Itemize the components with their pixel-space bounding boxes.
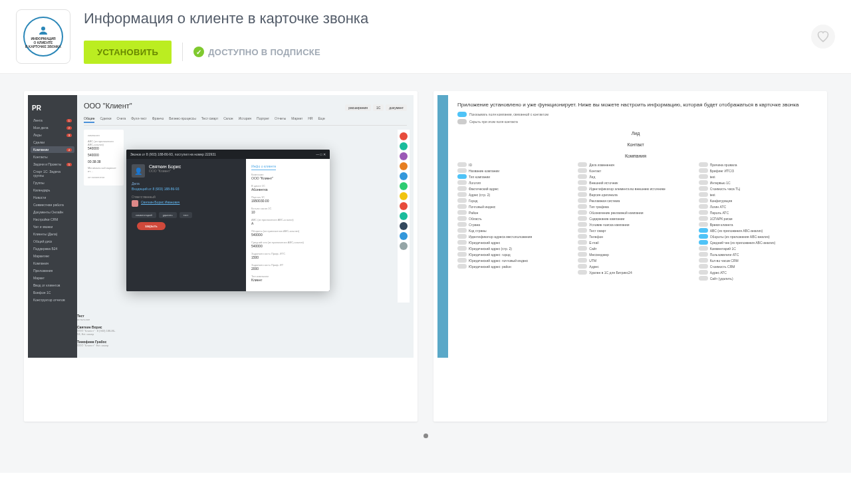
install-button[interactable]: УСТАНОВИТЬ bbox=[84, 41, 172, 64]
field-toggle[interactable]: Район bbox=[457, 210, 572, 215]
tab[interactable]: Бизнес-процессы bbox=[169, 116, 196, 123]
field-toggle[interactable]: Дата изменения bbox=[578, 162, 693, 167]
tab[interactable]: Общие bbox=[84, 116, 94, 123]
sidebar-item[interactable]: Календарь bbox=[31, 187, 74, 193]
modal-action[interactable]: тест bbox=[180, 212, 193, 218]
field-toggle[interactable]: ABC (из приложения ABC-анализ) bbox=[699, 228, 814, 233]
1c-button[interactable]: 1С bbox=[373, 104, 384, 111]
field-toggle[interactable]: Время клиента bbox=[699, 222, 814, 227]
sidebar-item[interactable]: Лиды3 bbox=[31, 132, 74, 138]
tab[interactable]: Портрет bbox=[257, 116, 269, 123]
field-toggle[interactable]: Причина провала bbox=[699, 162, 814, 167]
sidebar-item[interactable]: Маркет bbox=[31, 275, 74, 281]
sidebar-item[interactable]: Клиенты (Дела) bbox=[31, 231, 74, 237]
field-toggle[interactable]: Лид bbox=[578, 174, 693, 179]
field-toggle[interactable]: Пароль АТС bbox=[699, 210, 814, 215]
field-toggle[interactable]: ID bbox=[457, 162, 572, 167]
sidebar-item[interactable]: Компания bbox=[31, 260, 74, 267]
close-button[interactable]: закрыть bbox=[137, 222, 166, 230]
pager-dot[interactable] bbox=[424, 434, 428, 438]
tab[interactable]: Фулл-тест bbox=[131, 116, 147, 123]
sidebar-item[interactable]: Приложения bbox=[31, 267, 74, 274]
rail-contact[interactable] bbox=[400, 182, 408, 190]
sidebar-item[interactable]: Мои дела2 bbox=[31, 124, 74, 131]
rail-contact[interactable] bbox=[400, 212, 408, 220]
field-toggle[interactable]: Сайт (удалить) bbox=[699, 276, 814, 281]
field-toggle[interactable]: Название компании bbox=[457, 168, 572, 173]
rail-contact[interactable] bbox=[400, 202, 408, 210]
field-toggle[interactable]: Пользователи АТС bbox=[699, 252, 814, 257]
field-toggle[interactable]: Удален в 1С для Битрикс24 bbox=[578, 270, 693, 275]
favorite-button[interactable] bbox=[811, 25, 835, 49]
field-toggle[interactable]: Обороты (из приложения ABC-анализ) bbox=[699, 234, 814, 239]
field-toggle[interactable]: Юридический адрес: почтовый индекс bbox=[457, 258, 572, 263]
field-toggle[interactable]: Сайт bbox=[578, 246, 693, 251]
field-toggle[interactable]: Страна bbox=[457, 222, 572, 227]
field-toggle[interactable]: Брифинг ИТС/3 bbox=[699, 168, 814, 173]
field-toggle[interactable]: Почтовый индекс bbox=[457, 204, 572, 209]
modal-action[interactable]: удалить bbox=[159, 212, 177, 218]
rail-contact[interactable] bbox=[400, 192, 408, 200]
field-toggle[interactable]: Тип трафика bbox=[578, 204, 693, 209]
modal-action[interactable]: комментарий bbox=[132, 212, 156, 218]
field-toggle[interactable]: Идентификатор адреса местоположения bbox=[457, 234, 572, 239]
field-toggle[interactable]: Телефон bbox=[578, 234, 693, 239]
field-toggle[interactable]: UTM bbox=[578, 258, 693, 263]
sidebar-item[interactable]: Конструктор отчетов bbox=[31, 297, 74, 303]
field-toggle[interactable]: Идентификатор элемента во внешнем источн… bbox=[578, 186, 693, 191]
field-toggle[interactable]: Контакт bbox=[578, 168, 693, 173]
field-toggle[interactable]: Юридический адрес: город bbox=[457, 252, 572, 257]
field-toggle[interactable]: Логотип bbox=[457, 180, 572, 185]
tab[interactable]: Сделки bbox=[100, 116, 111, 123]
rail-contact[interactable] bbox=[400, 242, 408, 250]
field-toggle[interactable]: Обозначение рекламной кампании bbox=[578, 210, 693, 215]
field-toggle[interactable]: E-mail bbox=[578, 240, 693, 245]
field-toggle[interactable]: Средний чек (из приложения ABC-анализ) bbox=[699, 240, 814, 245]
sidebar-item[interactable]: Контакты bbox=[31, 154, 74, 160]
sidebar-item[interactable]: Общий диск bbox=[31, 238, 74, 245]
responsible-name[interactable]: Святкин Борис Иванович bbox=[141, 200, 180, 204]
field-toggle[interactable]: Рекламная система bbox=[578, 198, 693, 203]
rail-contact[interactable] bbox=[400, 142, 408, 150]
sidebar-item[interactable]: Лента1 bbox=[31, 117, 74, 124]
sidebar-item[interactable]: Задачи и Проекты5 bbox=[31, 161, 74, 168]
field-toggle[interactable]: Тест смарт bbox=[578, 228, 693, 233]
field-toggle[interactable]: Стоимость часа ТЦ bbox=[699, 186, 814, 191]
field-toggle[interactable]: Код страны bbox=[457, 228, 572, 233]
tab[interactable]: Склон bbox=[223, 116, 233, 123]
rail-contact[interactable] bbox=[400, 132, 408, 140]
field-toggle[interactable]: Интервью 1С bbox=[699, 180, 814, 185]
sidebar-item[interactable]: Группы bbox=[31, 180, 74, 186]
sidebar-item[interactable]: Ввод от клиентов bbox=[31, 282, 74, 289]
field-toggle[interactable]: test bbox=[699, 192, 814, 197]
field-toggle[interactable]: Внешний источник bbox=[578, 180, 693, 185]
field-toggle[interactable]: Тип компании bbox=[457, 174, 572, 179]
field-toggle[interactable]: Мессенджер bbox=[578, 252, 693, 257]
field-toggle[interactable]: Комментарий 1С bbox=[699, 246, 814, 251]
sidebar-item[interactable]: Боефон 1С bbox=[31, 289, 74, 296]
sidebar-item[interactable]: Маркетинг bbox=[31, 253, 74, 259]
incoming-call-link[interactable]: Входящий от 8 (903) 188-86-93 bbox=[132, 187, 241, 191]
field-toggle[interactable]: Юридический адрес (стр. 2) bbox=[457, 246, 572, 251]
sidebar-item[interactable]: Настройки CRM bbox=[31, 216, 74, 223]
tab[interactable]: Счета bbox=[117, 116, 126, 123]
sidebar-item[interactable]: Новости bbox=[31, 194, 74, 201]
field-toggle[interactable]: Город bbox=[457, 198, 572, 203]
modal-controls[interactable]: — □ ✕ bbox=[316, 152, 326, 156]
tab[interactable]: Франчо bbox=[152, 116, 164, 123]
tab[interactable]: Маркет bbox=[291, 116, 303, 123]
toggle-row-2[interactable]: Скрыть при этом поля контакта bbox=[457, 119, 814, 124]
doc-button[interactable]: документ bbox=[386, 104, 407, 111]
field-toggle[interactable]: Конфигурация bbox=[699, 198, 814, 203]
field-toggle[interactable]: test bbox=[699, 174, 814, 179]
sidebar-item[interactable]: Старт 1С: Задача группы bbox=[31, 168, 74, 179]
field-toggle[interactable]: 1СПАРК риски bbox=[699, 216, 814, 221]
sidebar-item[interactable]: Поддержка Б24 bbox=[31, 245, 74, 252]
field-toggle[interactable]: Версия оригинала bbox=[578, 192, 693, 197]
rail-contact[interactable] bbox=[400, 162, 408, 170]
ext-button[interactable]: расширения bbox=[345, 104, 371, 111]
field-toggle[interactable]: Содержание кампании bbox=[578, 216, 693, 221]
rail-contact[interactable] bbox=[400, 232, 408, 240]
rail-contact[interactable] bbox=[400, 152, 408, 160]
field-toggle[interactable]: Логин АТС bbox=[699, 204, 814, 209]
